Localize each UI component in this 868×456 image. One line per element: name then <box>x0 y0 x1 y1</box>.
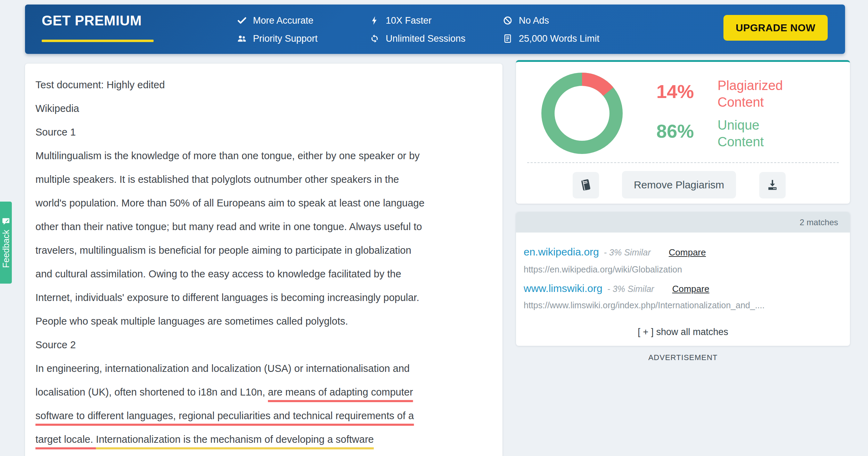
match-url: https://www.limswiki.org/index.php/Inter… <box>524 300 764 310</box>
text-run: Wikipedia <box>35 103 79 114</box>
feature-label: Priority Support <box>253 33 318 44</box>
document-line: world's population. More than 50% of all… <box>35 191 496 215</box>
text-run: In engineering, internationalization and… <box>35 363 410 374</box>
compare-link[interactable]: Compare <box>669 247 706 258</box>
match-url: https://en.wikipedia.org/wiki/Globalizat… <box>524 264 682 275</box>
document-line: Internet, individuals' exposure to diffe… <box>35 286 496 309</box>
match-domain-link[interactable]: www.limswiki.org <box>524 283 603 294</box>
users-icon <box>237 34 247 43</box>
document-line: target locale. Internationalization is t… <box>35 427 496 451</box>
feature-label: More Accurate <box>253 15 313 26</box>
results-divider <box>527 162 839 163</box>
feature-item: No Ads <box>503 15 549 26</box>
text-run: other than their native tongue; but many… <box>35 221 422 232</box>
document-icon <box>503 34 513 43</box>
document-line: localisation (UK), often shortened to i1… <box>35 380 496 404</box>
book-icon <box>580 179 592 192</box>
text-run: world's population. More than 50% of all… <box>35 197 425 209</box>
plagiarized-text-span[interactable]: software to different languages, regiona… <box>35 410 414 421</box>
feature-label: No Ads <box>519 15 549 26</box>
matches-count: 2 matches <box>800 218 838 227</box>
advertisement-label: ADVERTISEMENT <box>516 353 850 362</box>
document-line: Wikipedia <box>35 97 496 120</box>
document-line: In engineering, internationalization and… <box>35 357 496 380</box>
text-run: Multilingualism is the knowledge of more… <box>35 150 420 161</box>
refresh-icon <box>370 34 379 43</box>
document-line: other than their native tongue; but many… <box>35 215 496 238</box>
document-line: software to different languages, regiona… <box>35 404 496 427</box>
text-run: Test document: Highly edited <box>35 79 165 90</box>
document-line: Multilingualism is the knowledge of more… <box>35 144 496 168</box>
match-row: www.limswiki.org- 3% SimilarCompare <box>524 283 709 294</box>
text-run: travelers, multilingualism is beneficial… <box>35 245 411 256</box>
document-line: Source 1 <box>35 120 496 144</box>
plagiarized-text-span[interactable]: are means of adapting computer <box>268 386 413 398</box>
feature-label: Unlimited Sessions <box>386 33 466 44</box>
matches-panel: 2 matches en.wikipedia.org- 3% SimilarCo… <box>516 212 850 346</box>
upgrade-now-button[interactable]: UPGRADE NOW <box>723 15 828 41</box>
plagiarized-label: Plagiarized Content <box>718 77 801 111</box>
view-report-button[interactable] <box>573 172 599 198</box>
chat-bubble-icon <box>1 217 11 226</box>
text-run: People who speak multiple languages are … <box>35 316 348 327</box>
match-similarity: - 3% Similar <box>604 247 651 258</box>
document-line: Source 2 <box>35 333 496 357</box>
text-run: Internet, individuals' exposure to diffe… <box>35 292 419 303</box>
text-run: and cultural assimilation. Owing to the … <box>35 268 401 279</box>
feature-label: 10X Faster <box>386 15 432 26</box>
feature-item: 25,000 Words Limit <box>503 33 599 44</box>
document-line: travelers, multilingualism is beneficial… <box>35 238 496 262</box>
banner-title: GET PREMIUM <box>42 13 142 28</box>
show-all-matches-link[interactable]: [ + ] show all matches <box>516 327 850 337</box>
text-run: Source 1 <box>35 127 76 138</box>
feature-item: 10X Faster <box>370 15 432 26</box>
plagiarized-percentage: 14% <box>638 81 694 102</box>
remove-plagiarism-button[interactable]: Remove Plagiarism <box>622 171 736 198</box>
banner-title-underline <box>42 40 154 42</box>
plagiarized-text-span[interactable]: Internationalization is the mechanism of… <box>96 434 374 445</box>
feature-label: 25,000 Words Limit <box>519 33 599 44</box>
document-line: Test document: Highly edited <box>35 73 496 97</box>
bolt-icon <box>370 16 379 25</box>
document-line: and cultural assimilation. Owing to the … <box>35 262 496 286</box>
text-run: multiple speakers. It is established tha… <box>35 174 399 185</box>
document-text: Test document: Highly editedWikipediaSou… <box>35 73 496 451</box>
unique-label: Unique Content <box>718 117 801 150</box>
document-line: multiple speakers. It is established tha… <box>35 168 496 191</box>
plagiarized-text-span[interactable]: target locale. <box>35 434 96 445</box>
check-icon <box>237 16 247 25</box>
match-similarity: - 3% Similar <box>607 284 654 294</box>
premium-banner: GET PREMIUM More AccuratePriority Suppor… <box>25 5 845 54</box>
match-domain-link[interactable]: en.wikipedia.org <box>524 246 599 258</box>
feedback-tab-label: Feedback <box>1 230 11 268</box>
no-ads-icon <box>503 16 513 25</box>
download-report-button[interactable] <box>759 172 786 198</box>
compare-link[interactable]: Compare <box>672 284 709 294</box>
document-panel: Test document: Highly editedWikipediaSou… <box>25 64 502 456</box>
document-line: People who speak multiple languages are … <box>35 309 496 333</box>
matches-header: 2 matches <box>516 212 850 233</box>
match-row: en.wikipedia.org- 3% SimilarCompare <box>524 246 706 258</box>
unique-percentage: 86% <box>638 120 694 142</box>
feature-item: More Accurate <box>237 15 313 26</box>
results-panel: 14% Plagiarized Content 86% Unique Conte… <box>516 60 850 204</box>
text-run: localisation (UK), often shortened to i1… <box>35 386 268 398</box>
text-run: Source 2 <box>35 339 76 350</box>
feedback-tab[interactable]: Feedback <box>0 202 12 284</box>
feature-item: Priority Support <box>237 33 318 44</box>
plagiarism-donut-chart <box>541 73 623 154</box>
feature-item: Unlimited Sessions <box>370 33 466 44</box>
download-icon <box>766 179 779 192</box>
